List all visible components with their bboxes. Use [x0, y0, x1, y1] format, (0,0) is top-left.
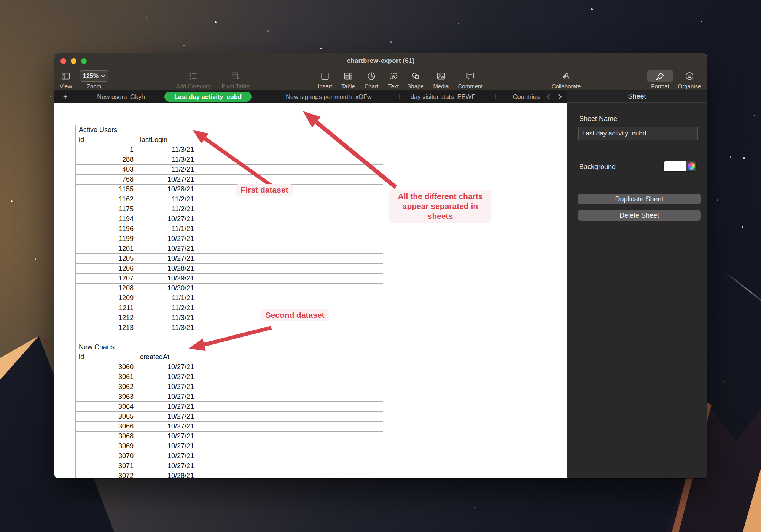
table-cell[interactable]: Active Users	[76, 125, 137, 135]
table-cell[interactable]: 10/27/21	[137, 451, 197, 461]
table-cell[interactable]	[320, 372, 383, 382]
zoom-dropdown[interactable]: 125% Zoom	[76, 70, 112, 89]
table-cell[interactable]	[320, 244, 383, 254]
table-cell[interactable]: 1194	[76, 214, 137, 224]
table-cell[interactable]: 1208	[76, 284, 137, 293]
table-cell[interactable]: 10/27/21	[137, 234, 197, 244]
table-cell[interactable]: 1205	[76, 254, 137, 264]
table-cell[interactable]: lastLogin	[137, 135, 197, 145]
table-cell[interactable]	[197, 352, 260, 362]
table-cell[interactable]: id	[76, 135, 137, 145]
table-cell[interactable]	[260, 274, 320, 284]
table-cell[interactable]: 10/27/21	[137, 175, 197, 185]
table-cell[interactable]	[197, 274, 260, 284]
table-cell[interactable]	[260, 234, 320, 244]
table-cell[interactable]	[260, 333, 320, 342]
table-cell[interactable]	[320, 432, 383, 441]
table-cell[interactable]	[320, 165, 383, 175]
table-cell[interactable]	[197, 244, 260, 254]
table-cell[interactable]	[320, 274, 383, 284]
table-cell[interactable]: 3066	[76, 422, 137, 432]
table-cell[interactable]	[260, 432, 320, 441]
fullscreen-button[interactable]	[81, 58, 87, 64]
table-cell[interactable]	[320, 422, 383, 432]
table-cell[interactable]	[260, 155, 320, 165]
duplicate-sheet-button[interactable]: Duplicate Sheet	[578, 194, 701, 204]
table-cell[interactable]: 1175	[76, 204, 137, 214]
table-cell[interactable]	[260, 352, 320, 362]
table-cell[interactable]	[320, 441, 383, 451]
table-cell[interactable]: 10/27/21	[137, 402, 197, 412]
table-cell[interactable]	[197, 303, 260, 313]
table-cell[interactable]	[197, 451, 260, 461]
table-cell[interactable]	[197, 362, 260, 372]
table-cell[interactable]	[197, 392, 260, 402]
table-cell[interactable]: 11/2/21	[137, 165, 197, 175]
table-cell[interactable]	[197, 204, 260, 214]
table-cell[interactable]	[260, 382, 320, 392]
spreadsheet-canvas[interactable]: Active UsersidlastLogin111/3/2128811/3/2…	[54, 103, 567, 478]
table-cell[interactable]	[320, 264, 383, 274]
table-cell[interactable]: 1206	[76, 264, 137, 274]
table-cell[interactable]: 288	[76, 155, 137, 165]
table-cell[interactable]: 3068	[76, 432, 137, 441]
table-cell[interactable]: 10/27/21	[137, 432, 197, 441]
table-cell[interactable]	[320, 402, 383, 412]
table-cell[interactable]: 10/27/21	[137, 461, 197, 471]
table-cell[interactable]: 3069	[76, 441, 137, 451]
delete-sheet-button[interactable]: Delete Sheet	[578, 210, 701, 221]
table-cell[interactable]	[320, 352, 383, 362]
sheet-tab-new-users[interactable]: New users Gkyh	[97, 91, 145, 103]
table-cell[interactable]	[260, 264, 320, 274]
table-cell[interactable]	[260, 125, 320, 135]
table-cell[interactable]	[260, 392, 320, 402]
table-cell[interactable]	[197, 234, 260, 244]
table-cell[interactable]	[197, 165, 260, 175]
table-cell[interactable]	[197, 342, 260, 352]
table-cell[interactable]: 1155	[76, 185, 137, 194]
table-cell[interactable]: 11/2/21	[137, 204, 197, 214]
table-cell[interactable]	[320, 342, 383, 352]
table-cell[interactable]	[260, 175, 320, 185]
table-cell[interactable]	[197, 293, 260, 303]
table-cell[interactable]	[197, 461, 260, 471]
table-cell[interactable]: 11/3/21	[137, 323, 197, 333]
table-cell[interactable]	[320, 461, 383, 471]
table-cell[interactable]: 10/28/21	[137, 185, 197, 194]
table-cell[interactable]: 3060	[76, 362, 137, 372]
table-cell[interactable]: 403	[76, 165, 137, 175]
table-cell[interactable]	[320, 323, 383, 333]
table-cell[interactable]	[320, 382, 383, 392]
table-cell[interactable]	[320, 471, 383, 479]
table-cell[interactable]: id	[76, 352, 137, 362]
table-cell[interactable]: 3065	[76, 412, 137, 422]
sheet-tab-last-day-activity[interactable]: Last day activity eubd	[164, 92, 252, 102]
table-cell[interactable]	[197, 382, 260, 392]
table-cell[interactable]	[197, 264, 260, 274]
table-cell[interactable]: 3071	[76, 461, 137, 471]
close-button[interactable]	[60, 58, 66, 64]
table-cell[interactable]: 10/27/21	[137, 422, 197, 432]
table-cell[interactable]	[320, 224, 383, 234]
prev-sheets-button[interactable]	[544, 93, 552, 100]
table-cell[interactable]: 11/3/21	[137, 313, 197, 323]
table-cell[interactable]	[197, 313, 260, 323]
table-cell[interactable]: 1199	[76, 234, 137, 244]
table-cell[interactable]	[320, 451, 383, 461]
table-cell[interactable]	[260, 412, 320, 422]
table-cell[interactable]	[320, 214, 383, 224]
collaborate-button[interactable]: Collaborate	[541, 70, 591, 89]
table-cell[interactable]: 11/2/21	[137, 303, 197, 313]
table-cell[interactable]	[320, 185, 383, 194]
table-cell[interactable]	[76, 333, 137, 342]
table-cell[interactable]	[320, 362, 383, 372]
table-cell[interactable]	[260, 165, 320, 175]
table-cell[interactable]: 10/27/21	[137, 441, 197, 451]
table-cell[interactable]: 11/1/21	[137, 293, 197, 303]
table-cell[interactable]: 3070	[76, 451, 137, 461]
table-cell[interactable]	[320, 254, 383, 264]
table-cell[interactable]	[260, 284, 320, 293]
table-cell[interactable]	[197, 135, 260, 145]
table-cell[interactable]	[320, 145, 383, 155]
sheet-tab-new-signups[interactable]: New signups per month xOFw	[286, 91, 372, 103]
